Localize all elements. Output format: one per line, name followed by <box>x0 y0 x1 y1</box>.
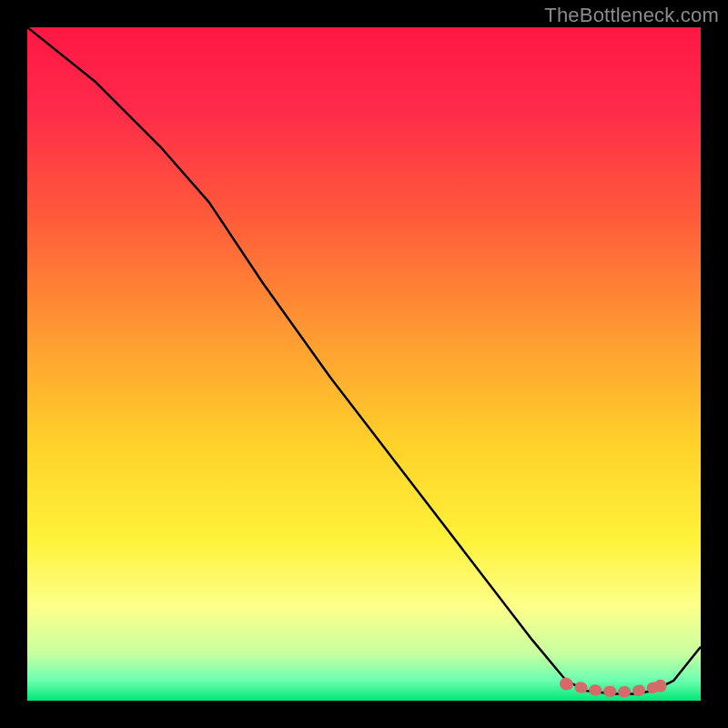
attribution-text: TheBottleneck.com <box>544 4 719 27</box>
optimal-band-endpoint <box>654 680 667 693</box>
optimal-band-endpoint <box>560 678 572 691</box>
chart-svg <box>27 27 701 701</box>
plot-area <box>27 27 701 701</box>
chart-background <box>27 27 701 701</box>
chart-frame: TheBottleneck.com <box>0 0 728 728</box>
